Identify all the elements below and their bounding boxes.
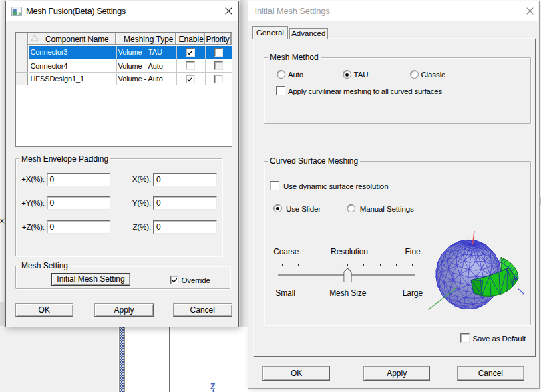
svg-text:Z: Z (210, 382, 215, 391)
